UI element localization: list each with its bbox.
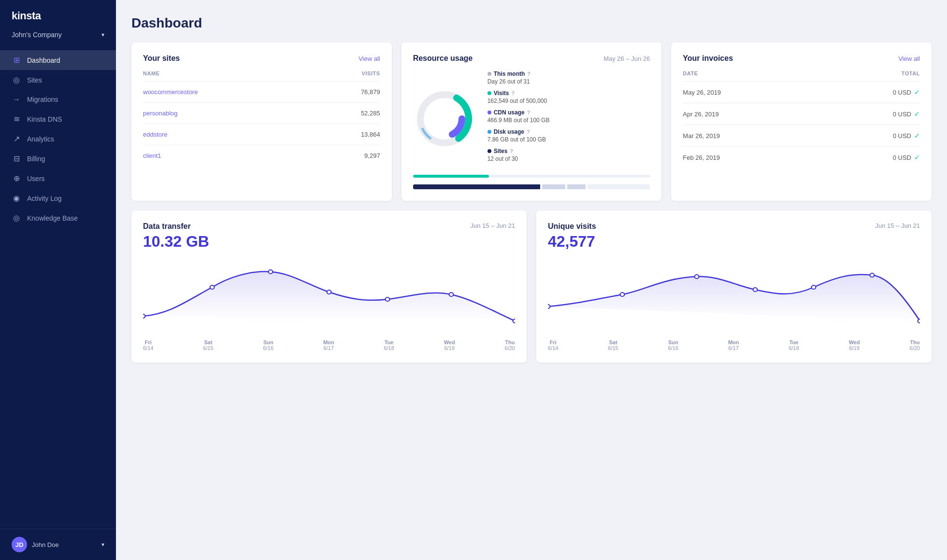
- invoices-view-all-link[interactable]: View all: [898, 55, 920, 62]
- top-cards-grid: Your sites View all NAME VISITS woocomme…: [131, 42, 932, 201]
- stat-sites: Sites ? 12 out of 30: [488, 148, 650, 162]
- sidebar-item-users[interactable]: ⊕ Users: [0, 168, 116, 188]
- site-link[interactable]: personablog: [143, 110, 178, 117]
- site-link[interactable]: eddstore: [143, 131, 168, 138]
- dns-icon: ≋: [12, 114, 21, 124]
- svg-point-12: [620, 293, 625, 296]
- sites-view-all-link[interactable]: View all: [359, 55, 380, 62]
- invoice-date: May 26, 2019: [683, 89, 721, 96]
- invoices-table-header: DATE TOTAL: [683, 70, 920, 82]
- unique-visits-title: Unique visits: [548, 222, 596, 231]
- disk-dot: [488, 130, 491, 134]
- table-row: personablog 52,285: [143, 103, 380, 124]
- sidebar-label-users: Users: [27, 175, 45, 182]
- cdn-label: CDN usage ?: [488, 109, 650, 116]
- logo-text: kinsta: [12, 10, 104, 22]
- sidebar-item-migrations[interactable]: → Migrations: [0, 90, 116, 109]
- x-label-3: Mon6/17: [323, 339, 334, 351]
- site-visits: 9,297: [318, 145, 380, 167]
- invoices-card-title: Your invoices: [683, 54, 733, 63]
- invoices-card-header: Your invoices View all: [683, 54, 920, 63]
- svg-point-17: [918, 319, 920, 323]
- uv-x-label-5: Wed6/19: [849, 339, 860, 351]
- unique-visits-value: 42,577: [548, 233, 920, 251]
- svg-point-10: [513, 319, 515, 323]
- sidebar-item-kinsta-dns[interactable]: ≋ Kinsta DNS: [0, 109, 116, 129]
- this-month-label: This month ?: [488, 70, 650, 77]
- company-name: John's Company: [12, 31, 62, 39]
- site-visits: 76,879: [318, 82, 380, 103]
- company-selector[interactable]: John's Company ▾: [0, 27, 116, 46]
- visits-help-icon[interactable]: ?: [511, 90, 515, 96]
- sites-segment-bar: [413, 184, 650, 189]
- stat-disk: Disk usage ? 7.86 GB out of 100 GB: [488, 128, 650, 143]
- users-icon: ⊕: [12, 174, 21, 183]
- dashboard-icon: ⊞: [12, 56, 21, 65]
- user-info[interactable]: JD John Doe: [12, 537, 59, 552]
- svg-point-11: [548, 305, 550, 308]
- uv-x-label-6: Thu6/20: [910, 339, 920, 351]
- data-transfer-date-range: Jun 15 – Jun 21: [470, 222, 515, 229]
- cdn-value: 466.9 MB out of 100 GB: [488, 117, 650, 124]
- invoice-amount: 0 USD ✓: [893, 110, 920, 118]
- sites-col-visits: VISITS: [318, 70, 380, 82]
- sidebar-nav: ⊞ Dashboard ◎ Sites → Migrations ≋ Kinst…: [0, 46, 116, 529]
- uv-x-label-4: Tue6/18: [789, 339, 799, 351]
- uv-x-label-1: Sat6/15: [608, 339, 618, 351]
- cdn-dot: [488, 111, 491, 114]
- sidebar-item-activity-log[interactable]: ◉ Activity Log: [0, 188, 116, 208]
- donut-chart: [413, 87, 476, 150]
- sidebar-label-dashboard: Dashboard: [27, 56, 60, 64]
- svg-point-14: [753, 288, 758, 292]
- x-label-4: Tue6/18: [384, 339, 394, 351]
- donut-section: This month ? Day 26 out of 31 Visits ? 1…: [413, 70, 650, 167]
- sidebar-label-knowledge-base: Knowledge Base: [27, 214, 78, 222]
- unique-visits-header: Unique visits Jun 15 – Jun 21: [548, 222, 920, 231]
- sites-dot: [488, 149, 491, 153]
- sidebar-item-dashboard[interactable]: ⊞ Dashboard: [0, 50, 116, 70]
- data-transfer-value: 10.32 GB: [143, 233, 515, 251]
- disk-help-icon[interactable]: ?: [527, 129, 530, 135]
- svg-point-15: [812, 285, 816, 289]
- uv-x-label-2: Sun6/16: [668, 339, 678, 351]
- sidebar-item-sites[interactable]: ◎ Sites: [0, 70, 116, 90]
- uv-x-label-3: Mon6/17: [728, 339, 739, 351]
- cdn-help-icon[interactable]: ?: [527, 110, 531, 115]
- invoice-row: Feb 26, 2019 0 USD ✓: [683, 147, 920, 168]
- your-sites-card: Your sites View all NAME VISITS woocomme…: [131, 42, 392, 201]
- sidebar-label-billing: Billing: [27, 155, 45, 163]
- svg-point-13: [695, 275, 699, 279]
- check-icon: ✓: [914, 132, 920, 140]
- svg-point-9: [449, 293, 454, 296]
- this-month-dot: [488, 72, 491, 76]
- progress-section: [413, 175, 650, 189]
- sites-help-icon[interactable]: ?: [510, 148, 513, 154]
- resource-date-range: May 26 – Jun 26: [603, 55, 650, 62]
- sidebar-item-analytics[interactable]: ↗ Analytics: [0, 129, 116, 149]
- visits-dot: [488, 91, 491, 95]
- stat-cdn: CDN usage ? 466.9 MB out of 100 GB: [488, 109, 650, 124]
- invoice-date: Apr 26, 2019: [683, 111, 718, 118]
- invoice-row: Apr 26, 2019 0 USD ✓: [683, 103, 920, 125]
- site-link[interactable]: woocommercestore: [143, 88, 198, 96]
- sidebar-label-sites: Sites: [27, 76, 42, 84]
- logo: kinsta: [0, 0, 116, 27]
- x-label-0: Fri6/14: [143, 339, 153, 351]
- sidebar-item-knowledge-base[interactable]: ◎ Knowledge Base: [0, 208, 116, 228]
- resource-stats: This month ? Day 26 out of 31 Visits ? 1…: [488, 70, 650, 167]
- this-month-help-icon[interactable]: ?: [527, 71, 531, 77]
- svg-point-8: [386, 297, 390, 301]
- x-label-6: Thu6/20: [505, 339, 515, 351]
- invoice-date: Feb 26, 2019: [683, 154, 720, 161]
- invoice-amount: 0 USD ✓: [893, 154, 920, 161]
- x-label-1: Sat6/15: [203, 339, 213, 351]
- sites-card-title: Your sites: [143, 54, 180, 63]
- invoices-col-total: TOTAL: [902, 70, 920, 76]
- invoice-row: Mar 26, 2019 0 USD ✓: [683, 125, 920, 147]
- site-link[interactable]: client1: [143, 152, 161, 159]
- sidebar-label-kinsta-dns: Kinsta DNS: [27, 115, 62, 123]
- check-icon: ✓: [914, 110, 920, 118]
- this-month-value: Day 26 out of 31: [488, 78, 650, 85]
- sidebar-item-billing[interactable]: ⊟ Billing: [0, 149, 116, 168]
- stat-visits: Visits ? 162,549 out of 500,000: [488, 90, 650, 104]
